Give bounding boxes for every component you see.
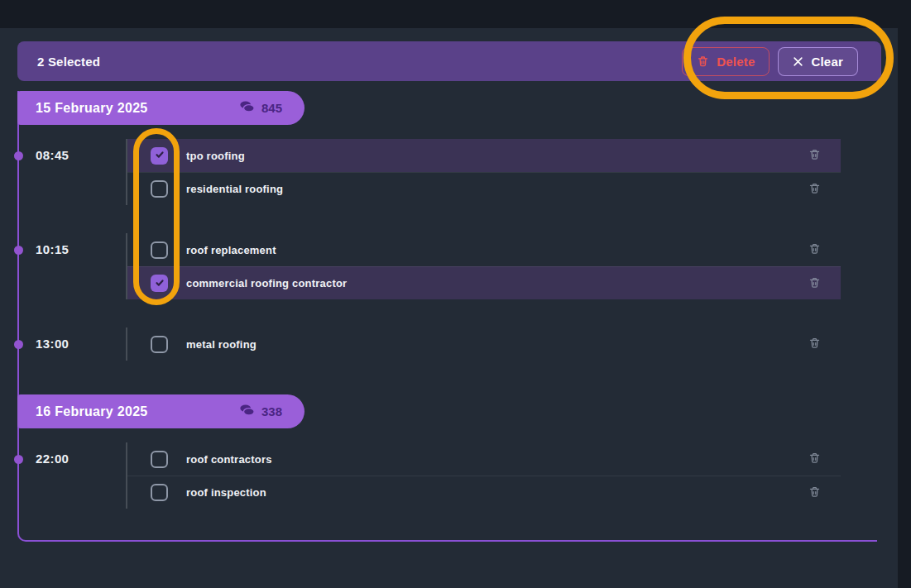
time-column: 10:15 — [0, 233, 126, 299]
keyword-text: commercial roofing contractor — [186, 277, 347, 289]
keyword-rows: tpo roofing residential roofing — [126, 139, 841, 205]
row-delete-button[interactable] — [808, 337, 821, 352]
keyword-text: residential roofing — [186, 183, 283, 195]
trash-icon — [808, 452, 821, 467]
row-checkbox[interactable] — [151, 451, 168, 468]
trash-icon — [808, 148, 821, 164]
keyword-text: roof contractors — [186, 453, 272, 466]
check-icon — [155, 148, 165, 163]
coins-icon — [239, 404, 256, 420]
date-group: 15 February 2025 845 08:45 — [0, 91, 898, 361]
x-icon — [793, 56, 803, 67]
delete-button[interactable]: Delete — [682, 47, 770, 76]
time-block: 10:15 roof replacement — [0, 233, 898, 299]
count-value: 845 — [261, 101, 282, 115]
keyword-row[interactable]: roof inspection — [127, 476, 841, 509]
date-label: 16 February 2025 — [36, 404, 148, 419]
timeline-dot-icon — [14, 340, 23, 349]
trash-icon — [697, 55, 709, 68]
keyword-row[interactable]: tpo roofing — [127, 139, 841, 172]
keyword-rows: roof contractors roof inspection — [126, 442, 841, 509]
keyword-text: roof replacement — [186, 244, 276, 256]
selection-actions: Delete Clear — [682, 47, 858, 76]
count-badge: 338 — [239, 404, 282, 420]
clear-button[interactable]: Clear — [778, 47, 858, 76]
time-column: 22:00 — [0, 442, 126, 509]
clear-button-label: Clear — [811, 55, 843, 69]
timeline-dot-icon — [14, 455, 23, 464]
trash-icon — [808, 337, 821, 352]
row-checkbox[interactable] — [151, 241, 168, 259]
keyword-row[interactable]: commercial roofing contractor — [127, 266, 841, 299]
count-value: 338 — [261, 404, 282, 418]
keyword-row[interactable]: roof replacement — [127, 233, 841, 266]
time-block: 22:00 roof contractors — [0, 442, 898, 509]
trash-icon — [808, 485, 821, 500]
row-checkbox[interactable] — [151, 336, 168, 353]
date-group: 16 February 2025 338 22:00 — [0, 394, 898, 509]
row-delete-button[interactable] — [808, 242, 821, 258]
date-label: 15 February 2025 — [36, 101, 148, 116]
date-header: 16 February 2025 338 — [17, 394, 304, 428]
time-block: 08:45 tpo roofing — [0, 139, 898, 205]
date-header: 15 February 2025 845 — [17, 91, 304, 125]
time-label: 08:45 — [36, 139, 69, 172]
row-delete-button[interactable] — [808, 275, 821, 291]
keyword-row[interactable]: roof contractors — [127, 442, 841, 476]
timeline-dot-icon — [14, 246, 23, 255]
row-delete-button[interactable] — [808, 485, 821, 500]
row-checkbox[interactable] — [151, 147, 168, 165]
trash-icon — [808, 181, 821, 197]
keyword-row[interactable]: residential roofing — [127, 172, 841, 205]
row-checkbox[interactable] — [151, 180, 168, 198]
time-label: 22:00 — [36, 442, 69, 476]
count-badge: 845 — [239, 100, 282, 117]
keyword-text: metal roofing — [186, 338, 257, 351]
time-label: 10:15 — [36, 233, 69, 266]
delete-button-label: Delete — [717, 55, 755, 69]
trash-icon — [808, 242, 821, 258]
groups: 15 February 2025 845 08:45 — [0, 91, 898, 509]
time-column: 13:00 — [0, 327, 126, 361]
keyword-text: roof inspection — [186, 486, 266, 499]
timeline-dot-icon — [14, 151, 23, 160]
time-block: 13:00 metal roofing — [0, 327, 898, 361]
keyword-timeline-panel: 2 Selected Delete Clear — [0, 28, 898, 588]
keyword-text: tpo roofing — [186, 150, 245, 162]
trash-icon — [808, 275, 821, 291]
time-column: 08:45 — [0, 139, 126, 205]
row-checkbox[interactable] — [151, 484, 168, 501]
selection-bar: 2 Selected Delete Clear — [17, 41, 881, 81]
keyword-rows: roof replacement commercial roofing cont… — [126, 233, 841, 299]
row-checkbox[interactable] — [151, 275, 168, 292]
coins-icon — [239, 100, 256, 117]
row-delete-button[interactable] — [808, 181, 821, 197]
keyword-row[interactable]: metal roofing — [127, 327, 841, 361]
selected-count-label: 2 Selected — [37, 55, 100, 69]
row-delete-button[interactable] — [808, 452, 821, 467]
row-delete-button[interactable] — [808, 148, 821, 164]
time-label: 13:00 — [36, 327, 69, 361]
check-icon — [155, 276, 165, 291]
keyword-rows: metal roofing — [126, 327, 841, 361]
